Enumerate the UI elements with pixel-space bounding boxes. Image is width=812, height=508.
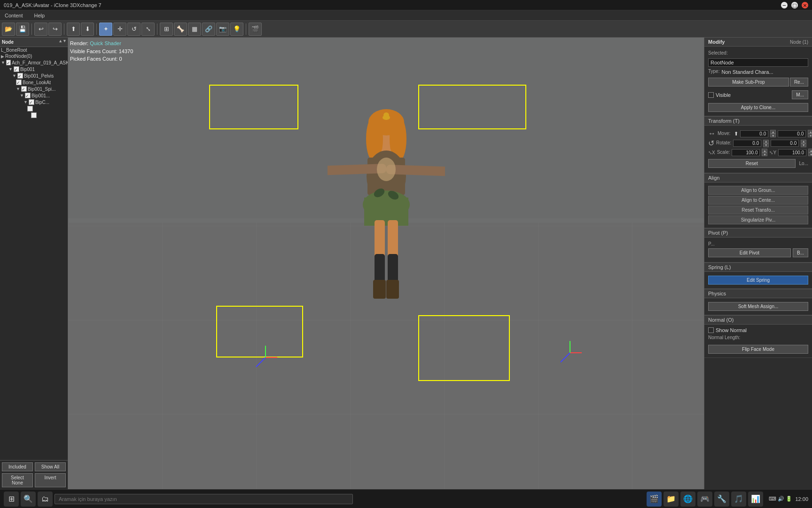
start-button[interactable]: ⊞ — [4, 492, 19, 507]
taskbar-search[interactable] — [55, 494, 353, 504]
tree-checkbox[interactable] — [6, 60, 11, 65]
make-sub-prop-button[interactable]: Make Sub-Prop — [708, 78, 789, 87]
task-view-button[interactable]: 🗂 — [38, 492, 53, 507]
scale-x-spinner[interactable]: ▲ ▼ — [762, 149, 767, 156]
rotate-x-down[interactable]: ▼ — [763, 143, 769, 147]
singularize-button[interactable]: Singularize Piv... — [708, 215, 808, 224]
move-y-down[interactable]: ▼ — [808, 134, 812, 137]
scale-y-spinner[interactable]: ▲ ▼ — [808, 149, 812, 156]
tree-scroll[interactable]: L_BoneRoot ▶ RootNode(0) ▼ Ach_F_Armor_0… — [0, 47, 68, 460]
tree-checkbox[interactable] — [16, 79, 22, 85]
menu-item-content[interactable]: Content — [2, 12, 26, 19]
move-y-spinner[interactable]: ▲ ▼ — [808, 130, 812, 137]
tree-item-ach[interactable]: ▼ Ach_F_Armor_019_A_ASK — [0, 59, 68, 66]
tree-item-bip001[interactable]: ▼ Bip001 — [0, 66, 68, 72]
rotate-tool-button[interactable]: ↺ — [127, 23, 141, 36]
tree-checkbox[interactable] — [21, 86, 27, 92]
tree-checkbox[interactable] — [29, 99, 34, 105]
scale-y-up[interactable]: ▲ — [808, 149, 812, 152]
scale-tool-button[interactable]: ⤡ — [141, 23, 155, 36]
tree-item-bipspi[interactable]: ▼ Bip001_Spi... — [0, 86, 68, 92]
select-button[interactable]: ✦ — [99, 23, 112, 36]
tree-scroll-arrow[interactable]: ▲▼ — [58, 39, 67, 43]
tree-checkbox[interactable] — [17, 73, 23, 79]
taskbar-explorer[interactable]: 📁 — [664, 492, 679, 507]
rotate-x-up[interactable]: ▲ — [763, 140, 769, 143]
tree-item-lookat[interactable]: Bone_LookAt — [0, 79, 68, 86]
included-button[interactable]: Included — [2, 462, 33, 471]
rotate-y-spinner[interactable]: ▲ ▼ — [801, 140, 806, 147]
camera-button[interactable]: 📷 — [216, 23, 229, 36]
move-y-input[interactable] — [778, 130, 806, 137]
select-none-button[interactable]: Select None — [2, 473, 33, 487]
taskbar-browser[interactable]: 🌐 — [680, 492, 695, 507]
tree-item-rootnode[interactable]: ▶ RootNode(0) — [0, 53, 68, 59]
scale-x-up[interactable]: ▲ — [762, 149, 767, 152]
close-button[interactable]: × — [802, 2, 808, 8]
taskbar-iclone[interactable]: 🎬 — [647, 492, 662, 507]
render-button[interactable]: 🎬 — [249, 23, 262, 36]
rotate-x-input[interactable] — [733, 140, 761, 147]
scale-y-input[interactable] — [778, 149, 806, 156]
grid-button[interactable]: ▦ — [188, 23, 201, 36]
tree-item-bipc[interactable]: ▼ BipC... — [0, 99, 68, 105]
tree-item-bip001b[interactable]: ▼ Bip001... — [0, 92, 68, 99]
rotate-y-up[interactable]: ▲ — [801, 140, 806, 143]
reset-transform-button[interactable]: Reset Transfo... — [708, 206, 808, 214]
scale-x-down[interactable]: ▼ — [762, 152, 767, 156]
minimize-button[interactable]: − — [781, 2, 788, 8]
taskbar-app4[interactable]: 📊 — [748, 492, 763, 507]
save-button[interactable]: 💾 — [16, 23, 29, 36]
move-x-down[interactable]: ▼ — [770, 134, 776, 137]
show-normal-checkbox[interactable] — [708, 327, 714, 333]
edit-spring-button[interactable]: Edit Spring — [708, 276, 808, 285]
reset-transform-small-button[interactable]: Reset — [708, 159, 796, 168]
open-button[interactable]: 📂 — [2, 23, 15, 36]
maximize-button[interactable]: □ — [791, 2, 798, 8]
move-x-up[interactable]: ▲ — [770, 130, 776, 134]
flip-face-button[interactable]: Flip Face Mode — [708, 345, 808, 354]
export-button[interactable]: ⬇ — [81, 23, 94, 36]
tree-item-boneroot[interactable]: L_BoneRoot — [0, 47, 68, 53]
soft-mesh-button[interactable]: Soft Mesh Assign... — [708, 302, 808, 311]
apply-clone-button[interactable]: Apply to Clone... — [708, 103, 808, 112]
visible-checkbox[interactable] — [708, 92, 714, 98]
edit-pivot-button[interactable]: Edit Pivot — [708, 248, 791, 257]
tree-item-child2[interactable] — [0, 112, 68, 119]
tree-checkbox[interactable] — [31, 112, 37, 118]
tree-checkbox[interactable] — [25, 93, 31, 98]
align-ground-button[interactable]: Align to Groun... — [708, 186, 808, 195]
bone-button[interactable]: B... — [793, 248, 808, 257]
snap-button[interactable]: 🔗 — [202, 23, 215, 36]
tree-item-child1[interactable] — [0, 105, 68, 112]
taskbar-app2[interactable]: 🔧 — [714, 492, 729, 507]
viewport[interactable]: Render: Quick Shader Visible Faces Count… — [68, 38, 704, 489]
rotate-x-spinner[interactable]: ▲ ▼ — [763, 140, 769, 147]
selected-value-field[interactable] — [708, 58, 808, 67]
move-x-input[interactable] — [740, 130, 768, 137]
move-y-up[interactable]: ▲ — [808, 130, 812, 134]
invert-button[interactable]: Invert — [35, 473, 66, 487]
show-all-button[interactable]: Show All — [35, 462, 66, 471]
redo-button[interactable]: ↪ — [48, 23, 62, 36]
undo-button[interactable]: ↩ — [34, 23, 47, 36]
taskbar-app1[interactable]: 🎮 — [697, 492, 712, 507]
search-button[interactable]: 🔍 — [21, 492, 36, 507]
tree-item-pelvis[interactable]: ▼ Bip001_Pelvis — [0, 72, 68, 79]
tree-checkbox[interactable] — [27, 106, 33, 111]
tree-checkbox[interactable] — [14, 66, 19, 72]
scale-x-input[interactable] — [732, 149, 760, 156]
move-x-spinner[interactable]: ▲ ▼ — [770, 130, 776, 137]
scale-y-down[interactable]: ▼ — [808, 152, 812, 156]
rotate-y-down[interactable]: ▼ — [801, 143, 806, 147]
taskbar-app3[interactable]: 🎵 — [731, 492, 746, 507]
transform-button[interactable]: ⊞ — [160, 23, 173, 36]
light-button[interactable]: 💡 — [230, 23, 243, 36]
reset-small-button[interactable]: Re... — [790, 78, 808, 87]
bones-button[interactable]: 🦴 — [174, 23, 187, 36]
import-button[interactable]: ⬆ — [67, 23, 80, 36]
align-center-button[interactable]: Align to Cente... — [708, 196, 808, 205]
move-tool-button[interactable]: ✛ — [113, 23, 126, 36]
more-button[interactable]: M... — [792, 90, 808, 99]
menu-item-help[interactable]: Help — [31, 12, 48, 19]
